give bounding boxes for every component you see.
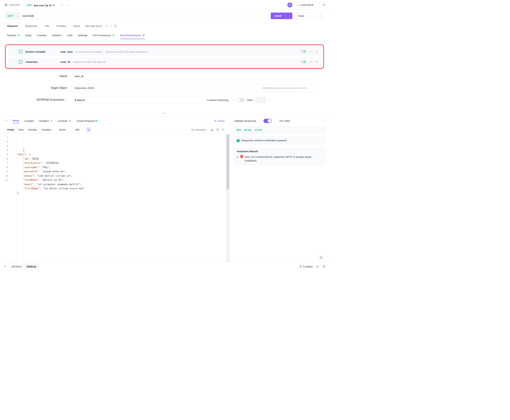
save-button-group: Save bbox=[295, 12, 315, 19]
collapse-sidebar-icon[interactable] bbox=[4, 265, 7, 268]
subtab-preview[interactable]: Preview bbox=[55, 23, 68, 29]
svg-point-21 bbox=[310, 61, 310, 62]
share-link[interactable]: Share bbox=[214, 119, 225, 122]
target-select[interactable]: Response JSON XML(XML-like)Auto Convert … bbox=[72, 84, 312, 92]
subtab-response[interactable]: Response bbox=[23, 23, 40, 29]
tab-overview-label: Overview bbox=[9, 3, 20, 6]
tab-request-active[interactable]: GET Get user by id bbox=[24, 2, 58, 9]
help-icon[interactable]: ⓘ bbox=[232, 98, 234, 102]
continue-toggle[interactable] bbox=[236, 98, 245, 102]
download-icon[interactable] bbox=[211, 128, 213, 131]
link-icon[interactable] bbox=[105, 24, 108, 27]
processor-expr: Response JSON ($.data.id) bbox=[73, 60, 106, 63]
processor-row-extract[interactable]: ⋮⋮ ✓ Extract Variable new_user Environme… bbox=[8, 47, 321, 56]
send-dropdown[interactable] bbox=[286, 13, 292, 19]
resptab-cookies[interactable]: Cookies bbox=[24, 118, 34, 123]
extraction-button[interactable]: Extraction bbox=[189, 128, 208, 132]
subtab-info[interactable]: Info bbox=[43, 23, 51, 29]
validate-toggle[interactable] bbox=[264, 119, 272, 123]
environment-selector[interactable]: Lo Local Mock bbox=[294, 2, 320, 8]
request-more-button[interactable] bbox=[316, 12, 324, 19]
footer-cookies[interactable]: Cookies bbox=[299, 265, 313, 268]
maintab-auth[interactable]: Auth bbox=[67, 32, 72, 39]
params-count-badge: 1 bbox=[17, 34, 20, 36]
fmt-preview[interactable]: Preview bbox=[26, 127, 39, 132]
resptab-console[interactable]: Console3 bbox=[58, 118, 72, 123]
http-method-selector[interactable]: GET bbox=[5, 12, 19, 19]
fmt-pretty[interactable]: Pretty bbox=[5, 127, 17, 132]
chevron-right-icon[interactable] bbox=[315, 50, 318, 53]
name-input[interactable] bbox=[72, 72, 312, 80]
chevron-down-icon[interactable] bbox=[322, 120, 325, 122]
processor-type: Assertion bbox=[26, 60, 57, 63]
maintab-pre-processors[interactable]: Pre Processors1 bbox=[93, 32, 115, 39]
processor-more-icon[interactable] bbox=[309, 60, 312, 63]
chevron-down-icon[interactable] bbox=[315, 60, 318, 63]
code-icon[interactable] bbox=[110, 24, 112, 27]
help-icon[interactable]: ⓘ bbox=[259, 119, 261, 123]
svg-line-28 bbox=[215, 121, 215, 122]
send-button[interactable]: Send bbox=[271, 13, 286, 19]
maintab-headers[interactable]: Headers bbox=[52, 32, 62, 39]
drag-handle-icon[interactable]: ⋮⋮ bbox=[11, 50, 16, 53]
mode-debug[interactable]: DEBUG bbox=[24, 264, 39, 269]
help-icon[interactable]: ⓘ bbox=[65, 98, 67, 101]
tab-options-button[interactable] bbox=[66, 2, 72, 8]
target-label: Target Object bbox=[7, 86, 67, 90]
svg-line-35 bbox=[224, 130, 224, 131]
maintab-cookies[interactable]: Cookies bbox=[37, 32, 46, 39]
save-dropdown[interactable] bbox=[308, 13, 314, 19]
processor-toggle[interactable] bbox=[301, 60, 306, 63]
subtab-mock[interactable]: Mock bbox=[71, 23, 82, 29]
scrollbar[interactable] bbox=[226, 134, 230, 262]
processor-more-icon[interactable] bbox=[309, 50, 312, 53]
svg-rect-33 bbox=[217, 129, 218, 131]
panel-icon[interactable] bbox=[114, 24, 117, 27]
save-button[interactable]: Save bbox=[295, 13, 308, 19]
resptab-actual-request[interactable]: Actual Request bbox=[76, 118, 97, 123]
svg-point-22 bbox=[311, 61, 311, 62]
collapse-response-icon[interactable] bbox=[5, 119, 8, 122]
subtab-request[interactable]: Request bbox=[5, 23, 20, 29]
maintab-settings[interactable]: Settings bbox=[78, 32, 88, 39]
mode-design[interactable]: DESIGN bbox=[9, 264, 24, 269]
svg-point-40 bbox=[301, 266, 301, 266]
shirt-icon[interactable] bbox=[316, 265, 319, 268]
send-button-group: Send bbox=[271, 13, 292, 19]
agent-status-icon[interactable] bbox=[287, 2, 292, 7]
resize-handle[interactable]: ••• bbox=[0, 111, 329, 115]
resptab-body[interactable]: Body bbox=[13, 118, 19, 123]
wrap-toggle-icon[interactable] bbox=[86, 127, 91, 132]
new-tab-button[interactable] bbox=[59, 2, 65, 8]
tab-overview[interactable]: Overview bbox=[2, 2, 23, 8]
svg-point-39 bbox=[300, 266, 300, 266]
unsaved-dot-icon bbox=[53, 4, 55, 6]
svg-point-7 bbox=[69, 5, 69, 5]
drag-handle-icon[interactable]: ⋮⋮ bbox=[11, 60, 16, 63]
processor-row-assertion[interactable]: ⋮⋮ ✓ Assertion user_id Response JSON ($.… bbox=[8, 58, 321, 66]
url-input[interactable] bbox=[19, 12, 269, 19]
help-footer-icon[interactable] bbox=[322, 265, 326, 268]
svg-point-20 bbox=[312, 51, 312, 52]
response-size: 274 B bbox=[255, 128, 262, 131]
encoding-selector[interactable]: utf8 bbox=[73, 127, 84, 132]
copy-icon[interactable] bbox=[216, 128, 219, 131]
maintab-body[interactable]: Body bbox=[26, 32, 32, 39]
processor-toggle[interactable] bbox=[301, 50, 306, 53]
jsonpath-input[interactable] bbox=[72, 96, 203, 104]
maintab-params[interactable]: Params1 bbox=[7, 32, 20, 39]
fmt-raw[interactable]: Raw bbox=[16, 127, 26, 132]
svg-rect-31 bbox=[192, 129, 193, 131]
help-icon[interactable]: ⓘ bbox=[269, 98, 271, 102]
resptab-headers[interactable]: Headers7 bbox=[39, 118, 53, 123]
content-type-selector[interactable]: JSON bbox=[57, 127, 70, 132]
console-count-badge: 3 bbox=[69, 120, 71, 122]
search-icon[interactable] bbox=[222, 128, 225, 131]
maintab-post-processors[interactable]: Post Processors3 bbox=[120, 32, 145, 39]
index-input[interactable] bbox=[256, 96, 266, 103]
response-body-editor[interactable]: 1234567891011 { "data": { "id": 5678, "u… bbox=[0, 134, 230, 262]
settings-menu-button[interactable] bbox=[321, 2, 327, 8]
fmt-visualize[interactable]: Visualize bbox=[39, 127, 53, 132]
layout-toggle-icon[interactable] bbox=[318, 255, 324, 260]
processor-var-name: new_user bbox=[61, 50, 73, 53]
